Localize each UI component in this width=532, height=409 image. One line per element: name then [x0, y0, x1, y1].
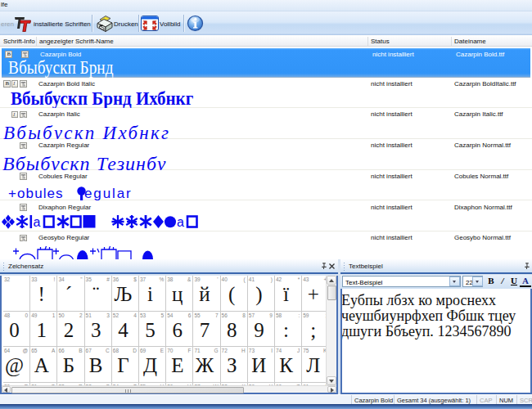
svg-text:a: a: [177, 214, 184, 228]
svg-text:a: a: [34, 214, 41, 228]
